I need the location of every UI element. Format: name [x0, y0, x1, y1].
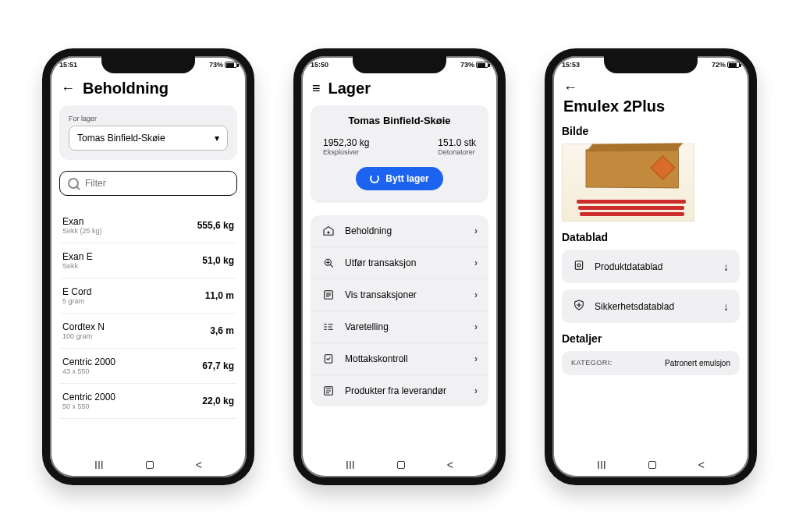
- phone-beholdning: 15:51 73% ← Beholdning For lager Tomas B…: [42, 48, 254, 485]
- supplier-icon: [321, 385, 336, 397]
- notch: [604, 56, 698, 73]
- list-icon: [321, 289, 336, 301]
- search-icon: [68, 178, 79, 189]
- storage-summary-card: Tomas Binfield-Skøie 1952,30 kg Eksplosi…: [311, 105, 488, 203]
- back-icon[interactable]: ←: [563, 80, 577, 95]
- menu-item-vis-transaksjoner[interactable]: Vis transaksjoner›: [311, 279, 488, 311]
- notch: [353, 56, 446, 73]
- menu-item-varetelling[interactable]: Varetelling›: [311, 311, 488, 343]
- filter-input[interactable]: [85, 178, 229, 189]
- page-title: Beholdning: [83, 80, 169, 98]
- lager-menu: Beholdning› Utfør transaksjon› Vis trans…: [311, 215, 488, 406]
- nav-recent-icon[interactable]: III: [346, 459, 355, 471]
- chevron-right-icon: ›: [474, 257, 478, 268]
- inventory-icon: [321, 225, 336, 237]
- android-navbar: III <: [552, 456, 749, 474]
- chevron-right-icon: ›: [474, 385, 478, 396]
- nav-recent-icon[interactable]: III: [597, 459, 606, 471]
- phone-product-detail: 15:53 72% ← Emulex 2Plus Bilde Datablad …: [545, 48, 757, 485]
- android-navbar: III <: [50, 456, 247, 474]
- stat-detonators: 151.0 stk Detonatorer: [438, 137, 476, 156]
- storage-selector-label: For lager: [69, 115, 228, 122]
- page-title: Lager: [328, 80, 371, 98]
- receipt-check-icon: [321, 353, 336, 365]
- battery-icon: [476, 62, 488, 68]
- section-datablad: Datablad: [562, 231, 740, 243]
- chevron-right-icon: ›: [474, 353, 478, 364]
- nav-home-icon[interactable]: [397, 461, 405, 469]
- battery-icon: [727, 62, 740, 68]
- datasheet-icon: [573, 259, 585, 274]
- status-time: 15:53: [562, 61, 580, 69]
- battery-icon: [225, 62, 237, 68]
- inventory-row[interactable]: Centric 200050 x 550 22,0 kg: [59, 384, 237, 419]
- status-battery-pct: 72%: [712, 61, 726, 69]
- section-detaljer: Detaljer: [562, 332, 740, 345]
- doc-produktdatablad[interactable]: Produktdatablad ↓: [562, 250, 740, 283]
- svg-point-6: [577, 264, 581, 267]
- status-time: 15:50: [311, 61, 328, 69]
- product-image: [562, 144, 694, 222]
- detail-kategori: KATEGORI: Patronert emulsjon: [562, 351, 740, 375]
- status-battery-pct: 73%: [460, 61, 474, 69]
- filter-input-wrapper[interactable]: [59, 171, 237, 196]
- section-bilde: Bilde: [562, 125, 740, 137]
- menu-item-produkter-leverandor[interactable]: Produkter fra leverandør›: [311, 375, 488, 406]
- inventory-row[interactable]: Exan ESekk 51,0 kg: [59, 243, 237, 278]
- download-icon: ↓: [723, 300, 729, 313]
- storage-select[interactable]: Tomas Binfield-Skøie ▾: [69, 126, 228, 151]
- switch-storage-button[interactable]: Bytt lager: [356, 167, 442, 190]
- chevron-down-icon: ▾: [215, 133, 219, 144]
- shield-icon: [573, 299, 585, 314]
- doc-sikkerhetsdatablad[interactable]: Sikkerhetsdatablad ↓: [562, 289, 740, 323]
- nav-home-icon[interactable]: [146, 461, 154, 469]
- download-icon: ↓: [723, 261, 729, 273]
- product-title: Emulex 2Plus: [563, 98, 738, 115]
- inventory-row[interactable]: ExanSekk (25 kg) 555,6 kg: [59, 208, 237, 243]
- stat-explosives: 1952,30 kg Eksplosiver: [323, 137, 369, 156]
- refresh-icon: [370, 174, 379, 183]
- menu-item-mottakskontroll[interactable]: Mottakskontroll›: [311, 343, 488, 375]
- nav-back-icon[interactable]: <: [698, 459, 705, 471]
- menu-icon[interactable]: ≡: [312, 80, 321, 97]
- storage-selector-card: For lager Tomas Binfield-Skøie ▾: [59, 105, 237, 160]
- back-icon[interactable]: ←: [61, 80, 75, 97]
- nav-recent-icon[interactable]: III: [94, 459, 104, 471]
- nav-back-icon[interactable]: <: [447, 459, 453, 471]
- svg-rect-5: [575, 261, 582, 270]
- count-icon: [321, 321, 336, 333]
- inventory-row[interactable]: Cordtex N100 gram 3,6 m: [59, 314, 237, 349]
- nav-back-icon[interactable]: <: [196, 459, 202, 471]
- storage-select-value: Tomas Binfield-Skøie: [77, 133, 165, 144]
- menu-item-transaksjon[interactable]: Utfør transaksjon›: [311, 247, 488, 279]
- transaction-icon: [321, 257, 336, 269]
- storage-name: Tomas Binfield-Skøie: [320, 115, 479, 126]
- inventory-row[interactable]: E Cord5 gram 11,0 m: [59, 278, 237, 314]
- chevron-right-icon: ›: [474, 321, 478, 332]
- status-battery-pct: 73%: [209, 61, 223, 69]
- phone-lager: 15:50 73% ≡ Lager Tomas Binfield-Skøie 1…: [293, 48, 506, 485]
- chevron-right-icon: ›: [474, 225, 478, 236]
- inventory-list: ExanSekk (25 kg) 555,6 kg Exan ESekk 51,…: [59, 208, 237, 419]
- status-time: 15:51: [59, 61, 77, 69]
- android-navbar: III <: [301, 456, 498, 474]
- svg-point-0: [328, 232, 329, 233]
- chevron-right-icon: ›: [474, 289, 478, 300]
- nav-home-icon[interactable]: [648, 461, 656, 469]
- inventory-row[interactable]: Centric 200043 x 550 67,7 kg: [59, 349, 237, 384]
- menu-item-beholdning[interactable]: Beholdning›: [311, 215, 488, 247]
- notch: [101, 56, 195, 73]
